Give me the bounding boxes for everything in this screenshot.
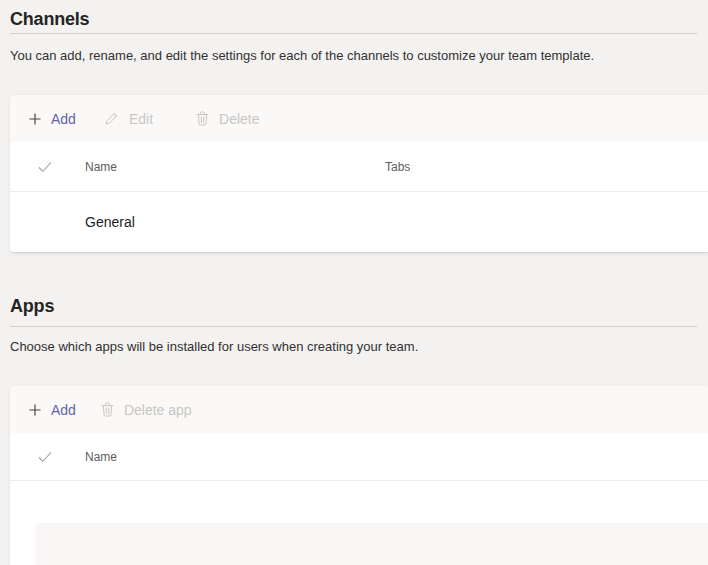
apps-empty-row bbox=[10, 481, 708, 523]
pencil-icon bbox=[104, 111, 119, 126]
column-header-name[interactable]: Name bbox=[85, 160, 385, 174]
add-app-button[interactable]: Add bbox=[29, 402, 76, 418]
apps-empty-panel bbox=[35, 523, 708, 565]
add-channel-label: Add bbox=[51, 111, 76, 127]
delete-channel-label: Delete bbox=[219, 111, 259, 127]
channel-name-cell: General bbox=[85, 214, 135, 230]
delete-channel-button[interactable]: Delete bbox=[196, 111, 259, 127]
apps-table-card: Add Delete app Name bbox=[10, 386, 708, 565]
edit-channel-label: Edit bbox=[129, 111, 153, 127]
add-channel-button[interactable]: Add bbox=[29, 111, 76, 127]
delete-app-button[interactable]: Delete app bbox=[101, 402, 192, 418]
select-all-checkmark-icon[interactable] bbox=[38, 451, 52, 463]
channels-description: You can add, rename, and edit the settin… bbox=[10, 48, 697, 64]
edit-channel-button[interactable]: Edit bbox=[104, 111, 153, 127]
plus-icon bbox=[29, 404, 41, 416]
channels-section: Channels You can add, rename, and edit t… bbox=[0, 0, 708, 252]
column-header-tabs[interactable]: Tabs bbox=[385, 160, 505, 174]
trash-icon bbox=[196, 111, 209, 126]
apps-section: Apps Choose which apps will be installed… bbox=[0, 294, 708, 565]
channel-row-general[interactable]: General bbox=[10, 192, 708, 252]
apps-description: Choose which apps will be installed for … bbox=[10, 339, 697, 355]
channels-table-header: Name Tabs bbox=[10, 142, 708, 192]
channels-table-card: Add Edit Delete Name Tabs Ge bbox=[10, 95, 708, 252]
channels-toolbar: Add Edit Delete bbox=[10, 95, 708, 142]
trash-icon bbox=[101, 402, 114, 417]
apps-toolbar: Add Delete app bbox=[10, 386, 708, 433]
apps-section-title: Apps bbox=[10, 294, 708, 318]
channels-section-title: Channels bbox=[10, 0, 708, 31]
plus-icon bbox=[29, 113, 41, 125]
add-app-label: Add bbox=[51, 402, 76, 418]
delete-app-label: Delete app bbox=[124, 402, 192, 418]
column-header-name[interactable]: Name bbox=[85, 450, 385, 464]
apps-title-divider bbox=[10, 326, 697, 327]
channels-title-divider bbox=[10, 33, 697, 34]
apps-table-header: Name bbox=[10, 433, 708, 481]
select-all-checkmark-icon[interactable] bbox=[38, 161, 52, 173]
